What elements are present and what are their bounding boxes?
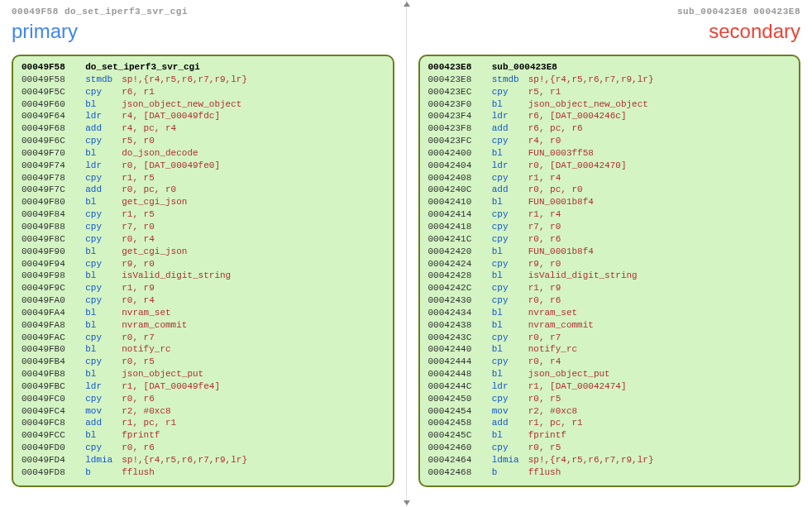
asm-operands: r0, r6 bbox=[528, 295, 561, 305]
asm-row[interactable]: 00049F98 blisValid_digit_string bbox=[21, 270, 385, 282]
asm-row[interactable]: 00049F6C cpyr5, r0 bbox=[21, 135, 385, 147]
asm-row[interactable]: 0004244C ldrr1, [DAT_00042474] bbox=[428, 380, 791, 393]
asm-row[interactable]: 00042410 blFUN_0001b8f4 bbox=[428, 196, 791, 208]
asm-row[interactable]: 00049F78 cpyr1, r5 bbox=[21, 172, 385, 184]
asm-operands: r4, r0 bbox=[528, 136, 561, 146]
secondary-pane: sub_000423E8 000423E8 secondary 000423E8… bbox=[407, 0, 813, 507]
asm-row[interactable]: 00049FAC cpyr0, r7 bbox=[21, 332, 385, 344]
asm-addr: 00049F8C bbox=[21, 233, 74, 246]
asm-row[interactable]: 000423E8 stmdbsp!,{r4,r5,r6,r7,r9,lr} bbox=[428, 74, 791, 86]
asm-row[interactable]: 00042420 blFUN_0001b8f4 bbox=[428, 246, 791, 258]
asm-row[interactable]: 00049F88 cpyr7, r0 bbox=[21, 221, 385, 233]
asm-row[interactable]: 00049F7C addr0, pc, r0 bbox=[21, 184, 385, 196]
asm-row[interactable]: 000423F0 bljson_object_new_object bbox=[428, 98, 791, 111]
asm-row[interactable]: 00042454 movr2, #0xc8 bbox=[428, 405, 791, 418]
asm-row[interactable]: 0004240C addr0, pc, r0 bbox=[428, 184, 791, 196]
asm-addr: 00042410 bbox=[428, 196, 481, 208]
asm-row[interactable]: 0004241C cpyr0, r6 bbox=[428, 233, 791, 246]
asm-mnemonic: add bbox=[492, 184, 528, 196]
asm-row[interactable]: 00049F70 bldo_json_decode bbox=[21, 147, 385, 160]
asm-row[interactable]: 00049FD0 cpyr0, r6 bbox=[21, 442, 385, 454]
asm-row[interactable]: 00042418 cpyr7, r0 bbox=[428, 221, 791, 233]
asm-row[interactable]: 00042444 cpyr0, r4 bbox=[428, 356, 791, 368]
asm-row[interactable]: 000423FC cpyr4, r0 bbox=[428, 135, 791, 147]
asm-addr: 0004245C bbox=[428, 429, 481, 442]
asm-operands: sp!,{r4,r5,r6,r7,r9,lr} bbox=[122, 74, 247, 84]
asm-row[interactable]: 00049FC4 movr2, #0xc8 bbox=[21, 405, 385, 418]
asm-row[interactable]: 00049FB8 bljson_object_put bbox=[21, 368, 385, 380]
asm-addr: 00049FB4 bbox=[21, 356, 74, 368]
asm-row[interactable]: 00042460 cpyr0, r5 bbox=[428, 442, 791, 454]
asm-row[interactable]: 00042450 cpyr0, r5 bbox=[428, 393, 791, 405]
asm-row[interactable]: 00049F9C cpyr1, r9 bbox=[21, 282, 385, 294]
asm-row[interactable]: 000423F4 ldrr6, [DAT_0004246c] bbox=[428, 110, 791, 122]
asm-row[interactable]: 00049FC0 cpyr0, r6 bbox=[21, 393, 385, 405]
asm-operands: get_cgi_json bbox=[122, 246, 187, 256]
asm-row[interactable]: 00049FB0 blnotify_rc bbox=[21, 343, 385, 356]
asm-row[interactable]: 000423F8 addr6, pc, r6 bbox=[428, 122, 791, 135]
asm-mnemonic: cpy bbox=[85, 442, 122, 454]
asm-mnemonic: cpy bbox=[85, 294, 122, 307]
asm-row[interactable]: 00042430 cpyr0, r6 bbox=[428, 294, 791, 307]
asm-addr: 00049F84 bbox=[21, 208, 74, 221]
asm-operands: r6, pc, r6 bbox=[528, 123, 583, 133]
primary-codeblock[interactable]: 00049F58 do_set_iperf3_svr_cgi00049F58 s… bbox=[12, 55, 394, 487]
asm-row[interactable]: 00042464 ldmiasp!,{r4,r5,r6,r7,r9,lr} bbox=[428, 454, 791, 466]
asm-row[interactable]: 00042438 blnvram_commit bbox=[428, 319, 791, 332]
asm-row[interactable]: 00042448 bljson_object_put bbox=[428, 368, 791, 380]
asm-row[interactable]: 00042424 cpyr9, r0 bbox=[428, 258, 791, 270]
asm-operands: r1, r9 bbox=[122, 283, 155, 293]
asm-row[interactable]: 00042440 blnotify_rc bbox=[428, 343, 791, 356]
asm-row[interactable]: 00049FD8 bfflush bbox=[21, 466, 385, 479]
asm-row[interactable]: 00049FB4 cpyr0, r5 bbox=[21, 356, 385, 368]
asm-addr: 00042434 bbox=[428, 307, 481, 319]
secondary-label: secondary bbox=[418, 20, 801, 43]
asm-row[interactable]: 00042404 ldrr0, [DAT_00042470] bbox=[428, 160, 791, 172]
asm-mnemonic: bl bbox=[85, 368, 122, 380]
asm-row[interactable]: 00049F84 cpyr1, r5 bbox=[21, 208, 385, 221]
asm-row[interactable]: 00049F64 ldrr4, [DAT_00049fdc] bbox=[21, 110, 385, 122]
asm-addr: 0004240C bbox=[428, 184, 481, 196]
asm-row[interactable]: 00049FD4 ldmiasp!,{r4,r5,r6,r7,r9,lr} bbox=[21, 454, 385, 466]
asm-row[interactable]: 00042428 blisValid_digit_string bbox=[428, 270, 791, 282]
asm-row[interactable]: 00049FBC ldrr1, [DAT_00049fe4] bbox=[21, 380, 385, 393]
asm-row[interactable]: 00042458 addr1, pc, r1 bbox=[428, 417, 791, 429]
asm-row[interactable]: 00049FCC blfprintf bbox=[21, 429, 385, 442]
asm-operands: r1, pc, r1 bbox=[122, 418, 176, 428]
secondary-codeblock[interactable]: 000423E8 sub_000423E8000423E8 stmdbsp!,{… bbox=[418, 55, 801, 487]
asm-row[interactable]: 00042414 cpyr1, r4 bbox=[428, 208, 791, 221]
asm-row[interactable]: 000423EC cpyr5, r1 bbox=[428, 86, 791, 98]
asm-row[interactable]: 0004242C cpyr1, r9 bbox=[428, 282, 791, 294]
asm-row[interactable]: 00049FA8 blnvram_commit bbox=[21, 319, 385, 332]
asm-mnemonic: cpy bbox=[492, 356, 528, 368]
asm-addr: 00042444 bbox=[428, 356, 481, 368]
asm-row[interactable]: 00042434 blnvram_set bbox=[428, 307, 791, 319]
asm-row[interactable]: 0004245C blfprintf bbox=[428, 429, 791, 442]
asm-operands: r0, r7 bbox=[122, 332, 155, 342]
asm-operands: nvram_commit bbox=[528, 320, 594, 330]
asm-operands: r2, #0xc8 bbox=[528, 406, 577, 416]
asm-operands: r6, [DAT_0004246c] bbox=[528, 111, 627, 121]
asm-row[interactable]: 00049F8C cpyr0, r4 bbox=[21, 233, 385, 246]
asm-row[interactable]: 00042408 cpyr1, r4 bbox=[428, 172, 791, 184]
asm-row[interactable]: 00049F94 cpyr9, r0 bbox=[21, 258, 385, 270]
asm-row[interactable]: 0004243C cpyr0, r7 bbox=[428, 332, 791, 344]
asm-row[interactable]: 00049F5C cpyr6, r1 bbox=[21, 86, 385, 98]
asm-operands: notify_rc bbox=[122, 344, 170, 354]
asm-row[interactable]: 00049F80 blget_cgi_json bbox=[21, 196, 385, 208]
asm-mnemonic: mov bbox=[492, 405, 528, 418]
asm-addr: 00049F94 bbox=[21, 258, 74, 270]
asm-row[interactable]: 00049F90 blget_cgi_json bbox=[21, 246, 385, 258]
asm-row[interactable]: 00049FA0 cpyr0, r4 bbox=[21, 294, 385, 307]
asm-operands: nvram_commit bbox=[122, 320, 187, 330]
asm-row[interactable]: 00042468 bfflush bbox=[428, 466, 791, 479]
asm-row[interactable]: 00042400 blFUN_0003ff58 bbox=[428, 147, 791, 160]
asm-row[interactable]: 00049F68 addr4, pc, r4 bbox=[21, 122, 385, 135]
asm-row[interactable]: 00049FA4 blnvram_set bbox=[21, 307, 385, 319]
asm-row[interactable]: 00049F58 stmdbsp!,{r4,r5,r6,r7,r9,lr} bbox=[21, 74, 385, 86]
asm-operands: fflush bbox=[528, 467, 561, 477]
asm-row[interactable]: 00049FC8 addr1, pc, r1 bbox=[21, 417, 385, 429]
asm-operands: r7, r0 bbox=[528, 222, 561, 232]
asm-row[interactable]: 00049F60 bljson_object_new_object bbox=[21, 98, 385, 111]
asm-row[interactable]: 00049F74 ldrr0, [DAT_00049fe0] bbox=[21, 160, 385, 172]
